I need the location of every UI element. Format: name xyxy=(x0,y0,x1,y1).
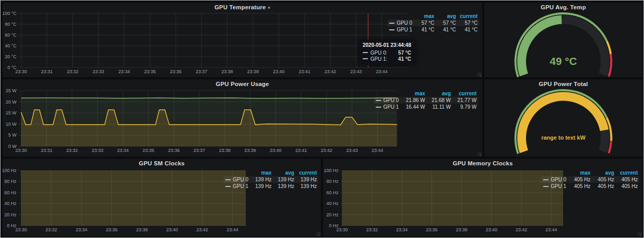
chevron-down-icon: ▾ xyxy=(268,5,270,10)
legend-series-toggle[interactable]: GPU 1 xyxy=(225,183,249,190)
gauge-value-arc xyxy=(522,96,605,151)
x-tick-label: 23:35 xyxy=(144,69,156,74)
x-tick-label: 23:43 xyxy=(350,69,362,74)
legend-series-row: GPU 0139 Hz139 Hz139 Hz xyxy=(224,176,318,183)
legend-header-row: maxavgcurrent xyxy=(541,169,639,176)
panel-header-gpu-temperature[interactable]: GPU Temperature▾ xyxy=(3,4,482,10)
x-tick-label: 23:31 xyxy=(41,148,53,153)
legend-sort-header[interactable]: avg xyxy=(272,169,294,176)
panel-resize-handle[interactable] xyxy=(316,232,320,236)
x-tick-label: 23:34 xyxy=(117,148,129,153)
y-tick-label: 15 W xyxy=(6,110,17,115)
panel-resize-handle[interactable] xyxy=(638,232,642,236)
gpu-avg-temp-gauge: 49 °C xyxy=(484,3,642,77)
x-tick-label: 23:41 xyxy=(295,148,307,153)
legend-stat-value: 16.44 W xyxy=(399,104,425,110)
x-tick-label: 23:42 xyxy=(196,227,208,232)
gpu-sm-clocks-legend: maxavgcurrentGPU 0139 Hz139 Hz139 HzGPU … xyxy=(224,169,318,190)
legend-series-toggle[interactable]: GPU 0 xyxy=(543,176,567,183)
x-tick-label: 23:32 xyxy=(366,227,378,232)
panel-title-text: GPU Memory Clocks xyxy=(453,160,513,166)
x-tick-label: 23:36 xyxy=(170,69,182,74)
x-tick-label: 23:44 xyxy=(546,227,557,232)
x-tick-label: 23:30 xyxy=(15,69,27,74)
series-dash-icon xyxy=(225,179,231,180)
x-tick-label: 23:34 xyxy=(76,227,88,232)
y-tick-label: 60 °C xyxy=(5,32,16,38)
gauge-value-text: range to text kW xyxy=(541,134,586,141)
panel-header-gpu-memory-clocks[interactable]: GPU Memory Clocks xyxy=(323,160,642,166)
y-tick-label: 5 W xyxy=(8,132,17,138)
legend-series-row: GPU 0405 Hz405 Hz405 Hz xyxy=(541,176,639,183)
legend-stat-value: 57 °C xyxy=(456,20,478,26)
x-tick-label: 23:44 xyxy=(227,227,239,232)
legend-stat-value: 41 °C xyxy=(413,26,434,33)
legend-stat-value: 405 Hz xyxy=(614,183,638,190)
panel-title-text: GPU Temperature xyxy=(214,4,266,10)
gpu-memory-clocks-legend: maxavgcurrentGPU 0405 Hz405 Hz405 HzGPU … xyxy=(541,169,639,190)
y-tick-label: 10 W xyxy=(6,122,17,127)
panel-title-text: GPU Power Total xyxy=(539,81,588,87)
tooltip-series-name: GPU 1: xyxy=(370,56,390,62)
grafana-dashboard: GPU Temperature▾ 100 °C80 °C60 °C40 °C20… xyxy=(0,0,644,238)
x-tick-label: 23:38 xyxy=(222,69,233,74)
x-tick-label: 23:40 xyxy=(166,227,178,232)
y-tick-label: 25 W xyxy=(6,88,17,93)
legend-sort-header[interactable]: avg xyxy=(590,169,614,176)
y-tick-label: 20 W xyxy=(6,99,17,105)
legend-stat-value: 139 Hz xyxy=(294,183,317,190)
x-tick-label: 23:44 xyxy=(376,69,388,74)
series-dash-icon xyxy=(543,179,549,180)
tooltip-series-value: 57 °C xyxy=(398,50,411,56)
series-dash-icon xyxy=(363,52,368,53)
legend-stat-value: 41 °C xyxy=(434,26,456,33)
legend-header-row: maxavgcurrent xyxy=(374,90,478,97)
legend-series-row: GPU 1139 Hz139 Hz139 Hz xyxy=(224,183,318,190)
legend-sort-header[interactable]: max xyxy=(567,169,590,176)
legend-sort-header[interactable]: max xyxy=(249,169,272,176)
legend-sort-header[interactable]: current xyxy=(451,90,477,97)
legend-series-toggle[interactable]: GPU 0 xyxy=(376,97,399,104)
legend-sort-header[interactable]: avg xyxy=(425,90,451,97)
x-tick-label: 23:40 xyxy=(273,69,285,74)
y-tick-label: 80 Hz xyxy=(326,179,338,184)
legend-stat-value: 139 Hz xyxy=(249,183,272,190)
legend-sort-header[interactable]: max xyxy=(413,13,434,20)
y-tick-label: 40 Hz xyxy=(4,201,16,206)
legend-sort-header[interactable]: max xyxy=(399,90,425,97)
legend-stat-value: 139 Hz xyxy=(272,176,294,183)
panel-resize-handle[interactable] xyxy=(478,152,482,156)
legend-series-toggle[interactable]: GPU 0 xyxy=(389,20,413,26)
legend-series-toggle[interactable]: GPU 0 xyxy=(225,176,249,183)
legend-series-toggle[interactable]: GPU 1 xyxy=(389,26,413,33)
tooltip-timestamp: 2020-05-01 23:44:48 xyxy=(363,42,411,48)
legend-stat-value: 21.77 W xyxy=(451,97,477,104)
x-tick-label: 23:30 xyxy=(15,227,27,232)
x-tick-label: 23:34 xyxy=(396,227,408,232)
panel-header-gpu-power-usage[interactable]: GPU Power Usage xyxy=(3,81,482,87)
panel-header-gpu-power-total[interactable]: GPU Power Total xyxy=(484,81,642,87)
legend-series-toggle[interactable]: GPU 1 xyxy=(376,104,399,110)
legend-series-toggle[interactable]: GPU 1 xyxy=(543,183,567,190)
panel-gpu-memory-clocks: GPU Memory Clocks 100 Hz80 Hz60 Hz40 Hz2… xyxy=(323,159,642,236)
legend-sort-header[interactable]: current xyxy=(294,169,317,176)
series-fill-gpu-1 xyxy=(21,159,246,226)
series-dash-icon xyxy=(363,58,368,59)
legend-series-row: GPU 116.44 W11.11 W9.79 W xyxy=(374,104,478,110)
x-tick-label: 23:39 xyxy=(244,148,256,153)
legend-series-row: GPU 021.86 W21.68 W21.77 W xyxy=(374,97,478,104)
legend-sort-header[interactable]: current xyxy=(456,13,478,20)
legend-stat-value: 405 Hz xyxy=(567,176,590,183)
x-tick-label: 23:37 xyxy=(194,148,206,153)
panel-header-gpu-sm-clocks[interactable]: GPU SM Clocks xyxy=(3,160,321,166)
legend-stat-value: 41 °C xyxy=(456,26,478,33)
legend-sort-header[interactable]: current xyxy=(614,169,638,176)
legend-sort-header[interactable]: avg xyxy=(434,13,456,20)
y-tick-label: 20 Hz xyxy=(326,212,338,217)
panel-header-gpu-avg-temp[interactable]: GPU Avg. Temp xyxy=(484,4,642,10)
tooltip-row: GPU 1: 41 °C xyxy=(363,56,411,62)
y-tick-label: 100 °C xyxy=(3,11,16,16)
y-tick-label: 80 °C xyxy=(5,22,16,27)
panel-resize-handle[interactable] xyxy=(478,73,482,77)
legend-stat-value: 405 Hz xyxy=(590,176,614,183)
